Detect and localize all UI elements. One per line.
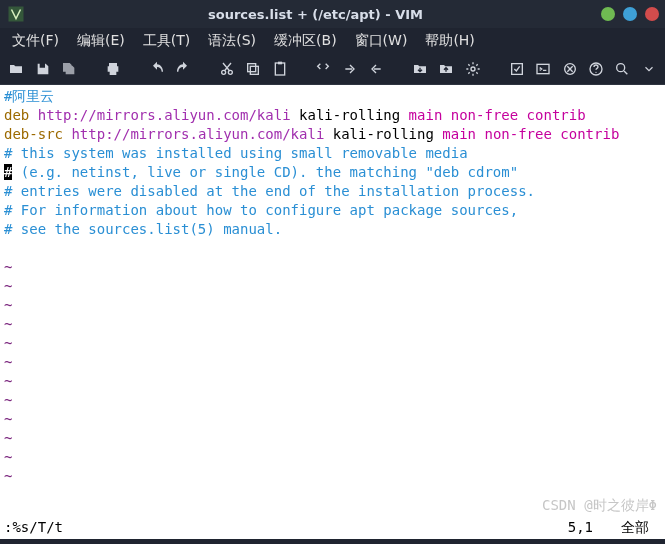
window-title: sources.list + (/etc/apt) - VIM bbox=[30, 7, 601, 22]
menu-window[interactable]: 窗口(W) bbox=[355, 32, 408, 50]
tilde-line: ~ bbox=[4, 353, 661, 372]
shell-icon[interactable] bbox=[535, 60, 551, 78]
search-help-icon[interactable] bbox=[614, 60, 630, 78]
editor-text: kali-rolling bbox=[291, 107, 409, 123]
editor-text: # this system was installed using small … bbox=[4, 145, 468, 161]
menubar: 文件(F) 编辑(E) 工具(T) 语法(S) 缓冲区(B) 窗口(W) 帮助(… bbox=[0, 28, 665, 56]
menu-help[interactable]: 帮助(H) bbox=[425, 32, 474, 50]
scroll-percent: 全部 bbox=[621, 519, 661, 537]
editor-area[interactable]: #阿里云 deb http://mirrors.aliyun.com/kali … bbox=[0, 85, 665, 519]
print-icon[interactable] bbox=[105, 60, 121, 78]
editor-text: # see the sources.list(5) manual. bbox=[4, 221, 282, 237]
minimize-button[interactable] bbox=[601, 7, 615, 21]
titlebar: sources.list + (/etc/apt) - VIM bbox=[0, 0, 665, 28]
svg-point-11 bbox=[595, 72, 596, 73]
paste-icon[interactable] bbox=[271, 60, 287, 78]
tilde-line: ~ bbox=[4, 315, 661, 334]
svg-rect-3 bbox=[248, 64, 256, 72]
svg-point-12 bbox=[617, 64, 625, 72]
session-save-icon[interactable] bbox=[438, 60, 454, 78]
app-icon bbox=[6, 4, 26, 24]
watermark: CSDN @时之彼岸Φ bbox=[542, 496, 657, 515]
open-icon[interactable] bbox=[8, 60, 24, 78]
save-icon[interactable] bbox=[34, 60, 50, 78]
toolbar-overflow-icon[interactable] bbox=[641, 60, 657, 78]
editor-text: #阿里云 bbox=[4, 88, 54, 104]
editor-text: main non-free contrib bbox=[442, 126, 619, 142]
help-icon[interactable] bbox=[588, 60, 604, 78]
cursor-position: 5,1 bbox=[568, 519, 621, 537]
tilde-line: ~ bbox=[4, 258, 661, 277]
tilde-line: ~ bbox=[4, 296, 661, 315]
undo-icon[interactable] bbox=[148, 60, 164, 78]
tilde-line: ~ bbox=[4, 467, 661, 486]
editor-text: http://mirrors.aliyun.com/kali bbox=[29, 107, 290, 123]
copy-icon[interactable] bbox=[245, 60, 261, 78]
cut-icon[interactable] bbox=[219, 60, 235, 78]
svg-rect-5 bbox=[275, 63, 284, 75]
session-load-icon[interactable] bbox=[412, 60, 428, 78]
editor-text: deb bbox=[4, 107, 29, 123]
command-line[interactable]: :%s/T/t bbox=[4, 519, 63, 537]
find-next-icon[interactable] bbox=[342, 60, 358, 78]
editor-text: main non-free contrib bbox=[409, 107, 586, 123]
editor-text: kali-rolling bbox=[324, 126, 442, 142]
editor-text: (e.g. netinst, live or single CD). the m… bbox=[12, 164, 518, 180]
maximize-button[interactable] bbox=[623, 7, 637, 21]
tilde-line: ~ bbox=[4, 448, 661, 467]
svg-rect-8 bbox=[537, 64, 549, 73]
svg-rect-6 bbox=[278, 62, 282, 65]
editor-text: http://mirrors.aliyun.com/kali bbox=[63, 126, 324, 142]
tilde-line: ~ bbox=[4, 334, 661, 353]
statusbar: :%s/T/t 5,1 全部 bbox=[0, 519, 665, 539]
tilde-line: ~ bbox=[4, 277, 661, 296]
toolbar bbox=[0, 56, 665, 85]
svg-point-7 bbox=[471, 67, 475, 71]
menu-buffers[interactable]: 缓冲区(B) bbox=[274, 32, 337, 50]
window-buttons bbox=[601, 7, 659, 21]
make-icon[interactable] bbox=[508, 60, 524, 78]
save-all-icon[interactable] bbox=[61, 60, 77, 78]
menu-edit[interactable]: 编辑(E) bbox=[77, 32, 125, 50]
editor-text: # For information about how to configure… bbox=[4, 202, 518, 218]
menu-file[interactable]: 文件(F) bbox=[12, 32, 59, 50]
svg-rect-4 bbox=[251, 66, 259, 74]
tilde-line: ~ bbox=[4, 429, 661, 448]
settings-icon[interactable] bbox=[465, 60, 481, 78]
redo-icon[interactable] bbox=[175, 60, 191, 78]
tilde-line: ~ bbox=[4, 410, 661, 429]
find-replace-icon[interactable] bbox=[315, 60, 331, 78]
close-button[interactable] bbox=[645, 7, 659, 21]
tilde-line: ~ bbox=[4, 372, 661, 391]
find-prev-icon[interactable] bbox=[368, 60, 384, 78]
tilde-line: ~ bbox=[4, 391, 661, 410]
editor-text: deb-src bbox=[4, 126, 63, 142]
tags-icon[interactable] bbox=[561, 60, 577, 78]
menu-tools[interactable]: 工具(T) bbox=[143, 32, 190, 50]
editor-text: # entries were disabled at the end of th… bbox=[4, 183, 535, 199]
menu-syntax[interactable]: 语法(S) bbox=[208, 32, 256, 50]
